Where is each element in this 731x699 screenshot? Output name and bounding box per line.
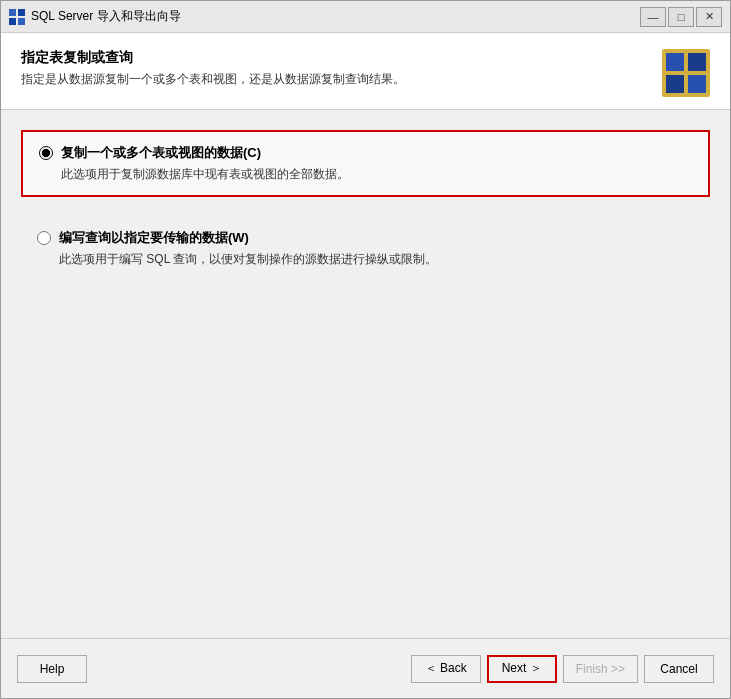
option-copy-tables-row: 复制一个或多个表或视图的数据(C) bbox=[39, 144, 692, 162]
main-content: 复制一个或多个表或视图的数据(C) 此选项用于复制源数据库中现有表或视图的全部数… bbox=[1, 110, 730, 638]
radio-write-query[interactable] bbox=[37, 231, 51, 245]
svg-rect-5 bbox=[666, 53, 684, 71]
app-icon bbox=[9, 9, 25, 25]
footer-section: Help ＜ Back Next ＞ Finish >> Cancel bbox=[1, 638, 730, 698]
maximize-button[interactable]: □ bbox=[668, 7, 694, 27]
back-button[interactable]: ＜ Back bbox=[411, 655, 481, 683]
svg-rect-8 bbox=[688, 75, 706, 93]
option-write-query-row: 编写查询以指定要传输的数据(W) bbox=[37, 229, 694, 247]
window-title: SQL Server 导入和导出向导 bbox=[31, 8, 640, 25]
radio-copy-tables[interactable] bbox=[39, 146, 53, 160]
header-icon bbox=[662, 49, 710, 97]
footer-left: Help bbox=[17, 655, 87, 683]
footer-right: ＜ Back Next ＞ Finish >> Cancel bbox=[411, 655, 714, 683]
option-write-query-label: 编写查询以指定要传输的数据(W) bbox=[59, 229, 249, 247]
finish-button[interactable]: Finish >> bbox=[563, 655, 638, 683]
page-description: 指定是从数据源复制一个或多个表和视图，还是从数据源复制查询结果。 bbox=[21, 71, 652, 88]
svg-rect-6 bbox=[688, 53, 706, 71]
page-title: 指定表复制或查询 bbox=[21, 49, 652, 67]
header-text: 指定表复制或查询 指定是从数据源复制一个或多个表和视图，还是从数据源复制查询结果… bbox=[21, 49, 652, 88]
minimize-button[interactable]: — bbox=[640, 7, 666, 27]
option-copy-tables-label: 复制一个或多个表或视图的数据(C) bbox=[61, 144, 261, 162]
option-copy-tables-box: 复制一个或多个表或视图的数据(C) 此选项用于复制源数据库中现有表或视图的全部数… bbox=[21, 130, 710, 197]
option-copy-tables-desc: 此选项用于复制源数据库中现有表或视图的全部数据。 bbox=[39, 166, 692, 183]
title-bar: SQL Server 导入和导出向导 — □ ✕ bbox=[1, 1, 730, 33]
option-write-query-desc: 此选项用于编写 SQL 查询，以便对复制操作的源数据进行操纵或限制。 bbox=[37, 251, 694, 268]
svg-rect-0 bbox=[9, 9, 16, 16]
window-controls: — □ ✕ bbox=[640, 7, 722, 27]
header-section: 指定表复制或查询 指定是从数据源复制一个或多个表和视图，还是从数据源复制查询结果… bbox=[1, 33, 730, 110]
main-window: SQL Server 导入和导出向导 — □ ✕ 指定表复制或查询 指定是从数据… bbox=[0, 0, 731, 699]
option-write-query-box: 编写查询以指定要传输的数据(W) 此选项用于编写 SQL 查询，以便对复制操作的… bbox=[21, 217, 710, 280]
svg-rect-2 bbox=[9, 18, 16, 25]
content-area: 指定表复制或查询 指定是从数据源复制一个或多个表和视图，还是从数据源复制查询结果… bbox=[1, 33, 730, 698]
next-button[interactable]: Next ＞ bbox=[487, 655, 557, 683]
svg-rect-3 bbox=[18, 18, 25, 25]
svg-rect-7 bbox=[666, 75, 684, 93]
svg-rect-1 bbox=[18, 9, 25, 16]
cancel-button[interactable]: Cancel bbox=[644, 655, 714, 683]
close-button[interactable]: ✕ bbox=[696, 7, 722, 27]
help-button[interactable]: Help bbox=[17, 655, 87, 683]
